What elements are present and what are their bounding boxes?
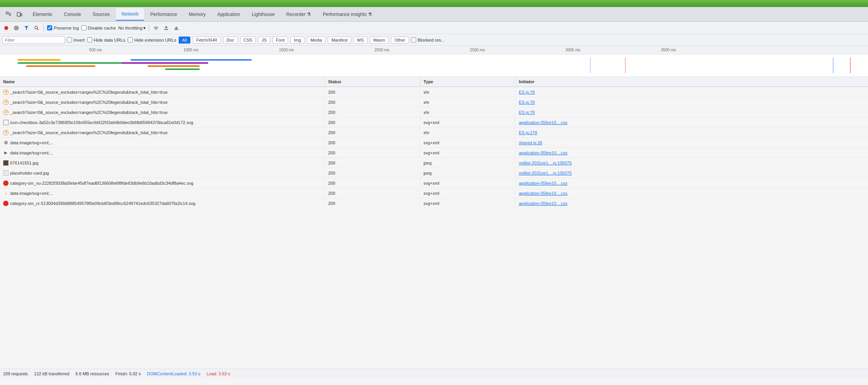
filter-type-media[interactable]: Media (307, 37, 325, 44)
column-type[interactable]: Type (420, 77, 516, 86)
throttle-dropdown[interactable]: No throttling ▾ (118, 25, 146, 31)
gear-svg-icon: ⚙ (3, 140, 9, 145)
column-name[interactable]: Name (0, 77, 325, 86)
filter-type-ws[interactable]: WS (353, 37, 367, 44)
tab-lighthouse[interactable]: Lighthouse (246, 8, 280, 21)
table-body: ↺ _search?size=0&_source_excludes=ranges… (0, 87, 868, 369)
clear-button[interactable] (12, 24, 20, 32)
svg-icon (3, 120, 9, 125)
svg-rect-0 (6, 12, 8, 14)
cell-type: svg+xml (420, 117, 516, 127)
filter-type-other[interactable]: Other (391, 37, 409, 44)
svg-rect-5 (21, 14, 22, 16)
xhr-icon: ↺ (3, 100, 9, 105)
hide-data-urls-checkbox[interactable]: Hide data URLs (87, 37, 125, 42)
filter-input[interactable] (2, 36, 65, 44)
cell-initiator: ES.js:78 (516, 107, 868, 117)
filter-type-doc[interactable]: Doc (223, 37, 238, 44)
filter-type-wasm[interactable]: Wasm (370, 37, 389, 44)
table-row[interactable]: ▶ data:image/svg+xml;... 200 svg+xml app… (0, 148, 868, 158)
transferred-size: 122 kB transferred (34, 371, 70, 376)
filter-type-fetch-xhr[interactable]: Fetch/XHR (193, 37, 221, 44)
cell-initiator: shared.js:28 (516, 138, 868, 147)
tab-console[interactable]: Console (58, 8, 86, 21)
hide-extension-urls-checkbox[interactable]: Hide extension URLs (128, 37, 176, 42)
image-thumbnail-icon (3, 160, 9, 166)
cell-type: jpeg (420, 158, 516, 168)
filter-icon[interactable] (23, 24, 30, 32)
cell-status: 200 (325, 87, 420, 97)
svg-point-11 (35, 26, 38, 29)
cell-name: ↓ data:image/svg+xml;... (0, 188, 325, 198)
table-row[interactable]: ↓ data:image/svg+xml;... 200 svg+xml app… (0, 188, 868, 198)
devtools-tabs-bar: Elements Console Sources Network Perform… (0, 7, 868, 22)
svg-rect-4 (17, 12, 20, 16)
preserve-log-checkbox[interactable]: Preserve log (47, 25, 79, 30)
cell-type: xhr (420, 128, 516, 137)
tick-500ms: 500 ms (89, 48, 102, 52)
cell-status: 200 (325, 188, 420, 198)
timeline-waterfall[interactable] (0, 54, 868, 77)
browser-bar (0, 0, 868, 7)
record-button[interactable] (2, 24, 10, 32)
table-row[interactable]: 676141551.jpg 200 jpeg redlist-2031ee1..… (0, 158, 868, 168)
tick-3000ms: 3000 ms (566, 48, 580, 52)
cell-initiator: application-05fee10....css (516, 188, 868, 198)
filter-type-font[interactable]: Font (272, 37, 288, 44)
filter-type-img[interactable]: Img (290, 37, 304, 44)
disable-cache-checkbox[interactable]: Disable cache (81, 25, 116, 30)
tab-sources[interactable]: Sources (87, 8, 115, 21)
cell-initiator: application-05fee10....css (516, 198, 868, 208)
tab-recorder[interactable]: Recorder ⚗ (281, 8, 317, 21)
tab-network[interactable]: Network (116, 8, 144, 21)
table-row[interactable]: icon-checkbox-3a52c3e73869f3e109c655ecfd… (0, 117, 868, 128)
column-status[interactable]: Status (325, 77, 420, 86)
filter-type-manifest[interactable]: Manifest (328, 37, 351, 44)
cell-status: 200 (325, 138, 420, 147)
tab-elements[interactable]: Elements (27, 8, 58, 21)
import-icon[interactable] (162, 24, 170, 32)
wifi-icon[interactable] (152, 24, 160, 32)
device-toolbar-icon[interactable] (15, 10, 24, 19)
tab-application[interactable]: Application (212, 8, 246, 21)
cell-name: ↺ _search?size=0&_source_excludes=ranges… (0, 97, 325, 107)
table-row[interactable]: ⚙ data:image/svg+xml;... 200 svg+xml sha… (0, 138, 868, 148)
timeline-ruler: 500 ms 1000 ms 1500 ms 2000 ms 2500 ms 3… (0, 46, 868, 54)
table-row[interactable]: ↺ _search?size=0&_source_excludes=ranges… (0, 97, 868, 107)
arrow-down-icon: ↓ (3, 191, 9, 196)
table-row[interactable]: placeholder-card.jpg 200 jpeg redlist-20… (0, 168, 868, 178)
filter-row: Invert Hide data URLs Hide extension URL… (0, 34, 868, 46)
table-row[interactable]: category-sm_vu-22282f3038a5febe45df7ead6… (0, 178, 868, 188)
cell-type: svg+xml (420, 178, 516, 188)
inspect-element-icon[interactable] (4, 10, 13, 19)
search-icon[interactable] (33, 24, 40, 32)
cell-status: 200 (325, 178, 420, 188)
filter-type-css[interactable]: CSS (240, 37, 256, 44)
tab-performance[interactable]: Performance (145, 8, 183, 21)
separator-2 (149, 24, 149, 32)
table-row[interactable]: ↺ _search?size=0&_source_excludes=ranges… (0, 128, 868, 138)
load-time: Load: 3.63 s (207, 371, 230, 376)
svg-marker-10 (25, 26, 28, 30)
column-initiator[interactable]: Initiator (516, 77, 868, 86)
export-icon[interactable] (172, 24, 180, 32)
svg-point-6 (4, 26, 8, 30)
table-row[interactable]: ↺ _search?size=0&_source_excludes=ranges… (0, 107, 868, 117)
tab-performance-insights[interactable]: Performance insights ⚗ (317, 8, 378, 21)
filter-type-all[interactable]: All (179, 37, 190, 44)
svg-line-12 (37, 29, 39, 30)
cell-type: jpeg (420, 168, 516, 178)
invert-checkbox[interactable]: Invert (67, 37, 85, 42)
filter-type-js[interactable]: JS (258, 37, 270, 44)
tab-memory[interactable]: Memory (183, 8, 211, 21)
cell-status: 200 (325, 97, 420, 107)
cell-initiator: application-05fee10....css (516, 178, 868, 188)
finish-time: Finish: 5.02 s (115, 371, 141, 376)
blocked-res-checkbox[interactable]: Blocked res... (411, 37, 445, 42)
table-row[interactable]: ↺ _search?size=0&_source_excludes=ranges… (0, 87, 868, 97)
cell-initiator: ES.js:78 (516, 87, 868, 97)
cell-status: 200 (325, 148, 420, 158)
cell-name: ▶ data:image/svg+xml;... (0, 148, 325, 158)
table-row[interactable]: category-sm_cr-513004d399d988549578f0e09… (0, 198, 868, 208)
expand-icon[interactable]: ▶ (3, 150, 9, 156)
